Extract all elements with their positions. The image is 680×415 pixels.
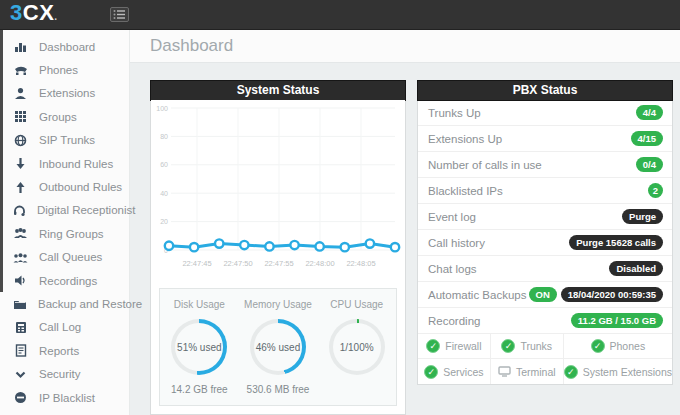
sidebar-item-security[interactable]: Security [0,362,129,385]
sidebar-item-call-queues[interactable]: Call Queues [0,246,129,269]
sidebar-item-label: Inbound Rules [39,158,113,170]
pbx-row-badges: Purge [622,209,663,224]
gauge-title: Memory Usage [239,299,318,310]
status-cell-system-extensions[interactable]: ✓System Extensions [564,359,672,384]
sidebar-item-digital-receptionist[interactable]: Digital Receptionist [0,199,129,222]
badge-on[interactable]: ON [529,287,557,302]
sidebar-item-label: Phones [39,64,78,76]
main-area: Dashboard System Status 02040608010022:4… [130,30,680,415]
check-circle-icon: ✓ [591,339,605,353]
list-menu-button[interactable] [110,7,129,22]
pbx-row-label: Call history [428,237,485,249]
arrow-up-icon [13,181,28,194]
badge-11-2-gb-15-0-gb: 11.2 GB / 15.0 GB [571,313,663,328]
gauge-subtext [317,384,396,396]
sidebar-item-call-log[interactable]: Call Log [0,316,129,339]
svg-text:22:48:05: 22:48:05 [346,259,375,268]
svg-text:20: 20 [160,218,168,225]
call-queues-icon [13,251,28,264]
check-circle-icon: ✓ [424,365,438,379]
pbx-row-label: Chat logs [428,263,477,275]
sidebar-item-label: Recordings [39,275,97,287]
status-cell-phones[interactable]: ✓Phones [564,334,672,359]
status-cell-terminal[interactable]: Terminal [491,359,564,384]
badge-disabled[interactable]: Disabled [609,261,663,276]
badge-4-15: 4/15 [631,131,664,146]
sidebar-item-outbound-rules[interactable]: Outbound Rules [0,175,129,198]
sidebar-item-label: Ring Groups [39,228,104,240]
top-bar: 3CX. [0,0,680,30]
gauge-subtext: 14.2 GB free [160,384,239,396]
list-menu-icon [113,6,126,24]
gauge-title: CPU Usage [317,299,396,310]
folder-icon [13,297,27,310]
pbx-row-automatic-backups: Automatic BackupsON18/04/2020 00:59:35 [418,282,672,308]
system-status-title: System Status [150,80,406,101]
disk-usage-gauge: Disk Usage51% used14.2 GB free [160,299,239,396]
sidebar-item-label: Call Queues [39,251,102,263]
sidebar-item-reports[interactable]: Reports [0,339,129,362]
badge-0-4: 0/4 [636,157,663,172]
pbx-row-trunks-up: Trunks Up4/4 [418,100,672,126]
memory-usage-gauge: Memory Usage46% used530.6 MB free [239,299,318,396]
page-header: Dashboard [130,30,680,63]
system-status-chart: 02040608010022:47:4522:47:5022:47:5522:4… [151,100,405,280]
phone-icon [13,64,28,77]
sidebar-item-ring-groups[interactable]: Ring Groups [0,222,129,245]
badge-18-04-2020-00-59-35: 18/04/2020 00:59:35 [561,287,663,302]
check-circle-icon: ✓ [564,365,578,379]
globe-icon [13,134,28,147]
sidebar-item-recordings[interactable]: Recordings [0,269,129,292]
system-status-panel: System Status 02040608010022:47:4522:47:… [150,80,406,415]
sidebar-item-label: Call Log [39,321,81,333]
pbx-row-badges: 0/4 [636,157,663,172]
gauge-value: 46% used [254,323,302,371]
sidebar-item-groups[interactable]: Groups [0,105,129,128]
sidebar-item-ip-blacklist[interactable]: IP Blacklist [0,386,129,409]
pbx-row-recording: Recording11.2 GB / 15.0 GB [418,308,672,334]
sidebar-scrollbar[interactable] [0,30,3,292]
status-cell-label: System Extensions [583,366,672,378]
sidebar-item-label: Digital Receptionist [37,204,135,216]
sidebar-item-sip-trunks[interactable]: SIP Trunks [0,129,129,152]
badge-2: 2 [648,183,663,198]
badge-purge[interactable]: Purge [622,209,663,224]
pbx-row-chat-logs: Chat logsDisabled [418,256,672,282]
arrow-down-icon [13,157,28,170]
status-cell-label: Terminal [516,366,556,378]
usage-gauges: Disk Usage51% used14.2 GB freeMemory Usa… [159,288,397,406]
sidebar-item-label: Extensions [39,87,95,99]
pbx-row-blacklisted-ips: Blacklisted IPs2 [418,178,672,204]
minus-circle-icon [13,391,28,404]
sidebar-item-phones[interactable]: Phones [0,58,129,81]
sidebar-item-label: SIP Trunks [39,134,95,146]
svg-text:22:47:45: 22:47:45 [182,259,211,268]
sidebar-item-backup-and-restore[interactable]: Backup and Restore [0,292,129,315]
sidebar-item-inbound-rules[interactable]: Inbound Rules [0,152,129,175]
chevron-down-icon [13,368,28,381]
ring-groups-icon [13,227,28,240]
gauge-ring: 46% used [250,319,306,375]
pbx-row-call-history: Call historyPurge 15628 calls [418,230,672,256]
sidebar-item-label: Backup and Restore [38,298,142,310]
sidebar-item-dashboard[interactable]: Dashboard [0,35,129,58]
sidebar-item-extensions[interactable]: Extensions [0,82,129,105]
status-cell-trunks[interactable]: ✓Trunks [491,334,564,359]
pbx-row-badges: Disabled [609,261,663,276]
status-cell-services[interactable]: ✓Services [418,359,491,384]
svg-text:22:48:00: 22:48:00 [305,259,334,268]
sidebar-item-label: Security [39,368,81,380]
page-title: Dashboard [150,36,233,56]
status-cell-firewall[interactable]: ✓Firewall [418,334,491,359]
service-status-grid: ✓Firewall✓Trunks✓Phones✓ServicesTerminal… [418,334,672,384]
pbx-row-badges: 2 [648,183,663,198]
sidebar-item-label: Outbound Rules [39,181,122,193]
status-cell-label: Services [443,366,483,378]
svg-text:22:47:50: 22:47:50 [223,259,252,268]
badge-purge-15628-calls[interactable]: Purge 15628 calls [569,235,663,250]
sidebar-nav: DashboardPhonesExtensionsGroupsSIP Trunk… [0,30,130,415]
badge-4-4: 4/4 [636,105,663,120]
check-circle-icon: ✓ [426,339,440,353]
pbx-row-label: Trunks Up [428,107,481,119]
gauge-ring: 51% used [171,319,227,375]
